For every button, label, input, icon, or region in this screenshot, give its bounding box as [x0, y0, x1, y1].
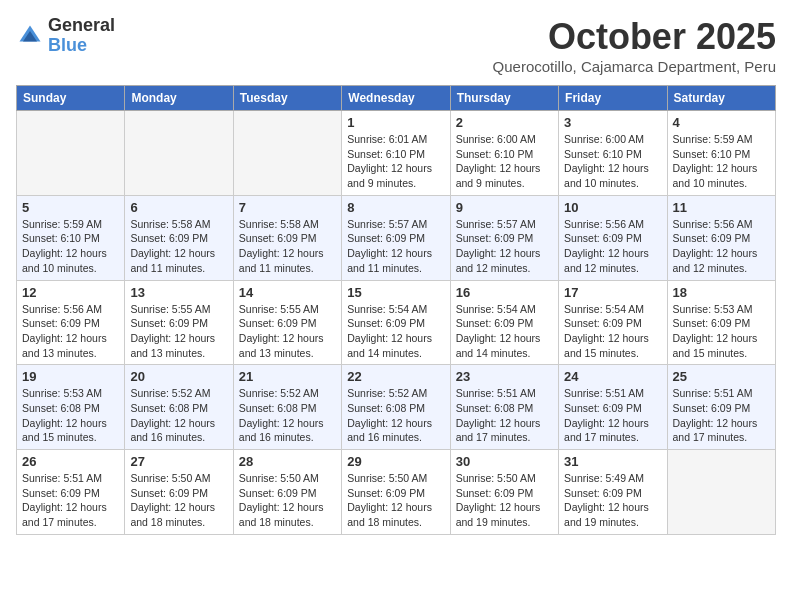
day-number: 20 [130, 369, 227, 384]
day-number: 16 [456, 285, 553, 300]
day-info: Sunrise: 5:52 AM Sunset: 6:08 PM Dayligh… [239, 386, 336, 445]
location-subtitle: Querocotillo, Cajamarca Department, Peru [493, 58, 776, 75]
day-info: Sunrise: 5:50 AM Sunset: 6:09 PM Dayligh… [347, 471, 444, 530]
day-number: 4 [673, 115, 770, 130]
day-info: Sunrise: 6:00 AM Sunset: 6:10 PM Dayligh… [456, 132, 553, 191]
title-area: October 2025 Querocotillo, Cajamarca Dep… [493, 16, 776, 75]
day-info: Sunrise: 5:56 AM Sunset: 6:09 PM Dayligh… [22, 302, 119, 361]
calendar-cell: 6Sunrise: 5:58 AM Sunset: 6:09 PM Daylig… [125, 195, 233, 280]
calendar-cell: 9Sunrise: 5:57 AM Sunset: 6:09 PM Daylig… [450, 195, 558, 280]
day-info: Sunrise: 5:59 AM Sunset: 6:10 PM Dayligh… [22, 217, 119, 276]
calendar-cell: 10Sunrise: 5:56 AM Sunset: 6:09 PM Dayli… [559, 195, 667, 280]
calendar-cell [125, 111, 233, 196]
day-info: Sunrise: 5:50 AM Sunset: 6:09 PM Dayligh… [130, 471, 227, 530]
calendar-week-row: 26Sunrise: 5:51 AM Sunset: 6:09 PM Dayli… [17, 450, 776, 535]
calendar-cell: 16Sunrise: 5:54 AM Sunset: 6:09 PM Dayli… [450, 280, 558, 365]
day-number: 8 [347, 200, 444, 215]
day-number: 6 [130, 200, 227, 215]
day-number: 27 [130, 454, 227, 469]
day-number: 24 [564, 369, 661, 384]
day-number: 2 [456, 115, 553, 130]
calendar-cell: 29Sunrise: 5:50 AM Sunset: 6:09 PM Dayli… [342, 450, 450, 535]
calendar-cell: 21Sunrise: 5:52 AM Sunset: 6:08 PM Dayli… [233, 365, 341, 450]
weekday-header-wednesday: Wednesday [342, 86, 450, 111]
calendar-cell: 1Sunrise: 6:01 AM Sunset: 6:10 PM Daylig… [342, 111, 450, 196]
calendar-cell: 15Sunrise: 5:54 AM Sunset: 6:09 PM Dayli… [342, 280, 450, 365]
logo: General Blue [16, 16, 115, 56]
day-info: Sunrise: 5:54 AM Sunset: 6:09 PM Dayligh… [456, 302, 553, 361]
calendar-cell: 30Sunrise: 5:50 AM Sunset: 6:09 PM Dayli… [450, 450, 558, 535]
day-info: Sunrise: 5:59 AM Sunset: 6:10 PM Dayligh… [673, 132, 770, 191]
day-number: 5 [22, 200, 119, 215]
calendar-cell: 14Sunrise: 5:55 AM Sunset: 6:09 PM Dayli… [233, 280, 341, 365]
day-number: 19 [22, 369, 119, 384]
calendar-week-row: 1Sunrise: 6:01 AM Sunset: 6:10 PM Daylig… [17, 111, 776, 196]
day-number: 12 [22, 285, 119, 300]
weekday-header-friday: Friday [559, 86, 667, 111]
day-info: Sunrise: 6:01 AM Sunset: 6:10 PM Dayligh… [347, 132, 444, 191]
calendar-week-row: 19Sunrise: 5:53 AM Sunset: 6:08 PM Dayli… [17, 365, 776, 450]
calendar-table: SundayMondayTuesdayWednesdayThursdayFrid… [16, 85, 776, 535]
weekday-header-row: SundayMondayTuesdayWednesdayThursdayFrid… [17, 86, 776, 111]
day-number: 25 [673, 369, 770, 384]
day-number: 1 [347, 115, 444, 130]
day-number: 29 [347, 454, 444, 469]
logo-blue: Blue [48, 35, 87, 55]
calendar-week-row: 12Sunrise: 5:56 AM Sunset: 6:09 PM Dayli… [17, 280, 776, 365]
calendar-cell: 18Sunrise: 5:53 AM Sunset: 6:09 PM Dayli… [667, 280, 775, 365]
calendar-cell: 22Sunrise: 5:52 AM Sunset: 6:08 PM Dayli… [342, 365, 450, 450]
weekday-header-sunday: Sunday [17, 86, 125, 111]
day-info: Sunrise: 5:57 AM Sunset: 6:09 PM Dayligh… [456, 217, 553, 276]
day-number: 21 [239, 369, 336, 384]
calendar-cell: 20Sunrise: 5:52 AM Sunset: 6:08 PM Dayli… [125, 365, 233, 450]
day-info: Sunrise: 5:53 AM Sunset: 6:08 PM Dayligh… [22, 386, 119, 445]
day-number: 10 [564, 200, 661, 215]
weekday-header-thursday: Thursday [450, 86, 558, 111]
day-info: Sunrise: 5:51 AM Sunset: 6:09 PM Dayligh… [22, 471, 119, 530]
weekday-header-monday: Monday [125, 86, 233, 111]
day-info: Sunrise: 6:00 AM Sunset: 6:10 PM Dayligh… [564, 132, 661, 191]
calendar-cell: 26Sunrise: 5:51 AM Sunset: 6:09 PM Dayli… [17, 450, 125, 535]
day-info: Sunrise: 5:54 AM Sunset: 6:09 PM Dayligh… [347, 302, 444, 361]
day-info: Sunrise: 5:51 AM Sunset: 6:08 PM Dayligh… [456, 386, 553, 445]
calendar-cell [17, 111, 125, 196]
weekday-header-saturday: Saturday [667, 86, 775, 111]
calendar-cell: 2Sunrise: 6:00 AM Sunset: 6:10 PM Daylig… [450, 111, 558, 196]
calendar-cell: 3Sunrise: 6:00 AM Sunset: 6:10 PM Daylig… [559, 111, 667, 196]
day-number: 30 [456, 454, 553, 469]
day-info: Sunrise: 5:52 AM Sunset: 6:08 PM Dayligh… [130, 386, 227, 445]
month-title: October 2025 [493, 16, 776, 58]
logo-general: General [48, 15, 115, 35]
calendar-cell: 27Sunrise: 5:50 AM Sunset: 6:09 PM Dayli… [125, 450, 233, 535]
day-info: Sunrise: 5:53 AM Sunset: 6:09 PM Dayligh… [673, 302, 770, 361]
calendar-cell: 11Sunrise: 5:56 AM Sunset: 6:09 PM Dayli… [667, 195, 775, 280]
header: General Blue October 2025 Querocotillo, … [16, 16, 776, 75]
day-info: Sunrise: 5:54 AM Sunset: 6:09 PM Dayligh… [564, 302, 661, 361]
day-number: 9 [456, 200, 553, 215]
day-number: 31 [564, 454, 661, 469]
calendar-cell: 25Sunrise: 5:51 AM Sunset: 6:09 PM Dayli… [667, 365, 775, 450]
day-number: 11 [673, 200, 770, 215]
day-info: Sunrise: 5:51 AM Sunset: 6:09 PM Dayligh… [673, 386, 770, 445]
weekday-header-tuesday: Tuesday [233, 86, 341, 111]
calendar-cell [233, 111, 341, 196]
day-number: 22 [347, 369, 444, 384]
calendar-cell: 24Sunrise: 5:51 AM Sunset: 6:09 PM Dayli… [559, 365, 667, 450]
calendar-week-row: 5Sunrise: 5:59 AM Sunset: 6:10 PM Daylig… [17, 195, 776, 280]
day-info: Sunrise: 5:52 AM Sunset: 6:08 PM Dayligh… [347, 386, 444, 445]
calendar-cell: 12Sunrise: 5:56 AM Sunset: 6:09 PM Dayli… [17, 280, 125, 365]
calendar-cell: 13Sunrise: 5:55 AM Sunset: 6:09 PM Dayli… [125, 280, 233, 365]
day-number: 7 [239, 200, 336, 215]
day-info: Sunrise: 5:57 AM Sunset: 6:09 PM Dayligh… [347, 217, 444, 276]
day-info: Sunrise: 5:51 AM Sunset: 6:09 PM Dayligh… [564, 386, 661, 445]
day-info: Sunrise: 5:49 AM Sunset: 6:09 PM Dayligh… [564, 471, 661, 530]
day-number: 3 [564, 115, 661, 130]
day-number: 15 [347, 285, 444, 300]
logo-icon [16, 22, 44, 50]
calendar-cell: 8Sunrise: 5:57 AM Sunset: 6:09 PM Daylig… [342, 195, 450, 280]
calendar-cell: 23Sunrise: 5:51 AM Sunset: 6:08 PM Dayli… [450, 365, 558, 450]
day-number: 17 [564, 285, 661, 300]
calendar-cell: 19Sunrise: 5:53 AM Sunset: 6:08 PM Dayli… [17, 365, 125, 450]
day-number: 23 [456, 369, 553, 384]
day-info: Sunrise: 5:55 AM Sunset: 6:09 PM Dayligh… [239, 302, 336, 361]
